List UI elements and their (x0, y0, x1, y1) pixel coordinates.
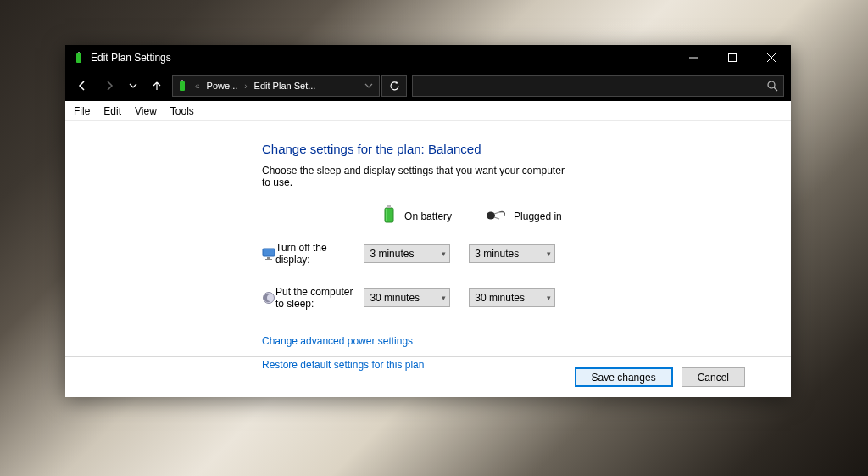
page-heading: Change settings for the plan: Balanced (262, 142, 574, 156)
display-battery-dropdown[interactable]: 3 minutes▾ (364, 244, 450, 263)
display-icon (262, 247, 275, 260)
breadcrumb-power[interactable]: Powe... (203, 76, 242, 96)
app-icon (72, 51, 86, 64)
page-description: Choose the sleep and display settings th… (262, 165, 574, 188)
menu-view[interactable]: View (128, 104, 164, 119)
title-bar[interactable]: Edit Plan Settings (65, 45, 791, 70)
up-button[interactable] (143, 72, 170, 99)
minimize-button[interactable] (674, 45, 713, 70)
column-plugged-label: Plugged in (514, 210, 562, 222)
menu-file[interactable]: File (67, 104, 97, 119)
back-button[interactable] (69, 72, 96, 99)
display-plugged-dropdown[interactable]: 3 minutes▾ (469, 244, 555, 263)
cancel-button[interactable]: Cancel (682, 367, 745, 387)
maximize-button[interactable] (713, 45, 752, 70)
chevron-down-icon: ▾ (442, 294, 446, 302)
svg-rect-1 (78, 52, 80, 53)
sleep-plugged-dropdown[interactable]: 30 minutes▾ (469, 288, 555, 307)
svg-rect-13 (386, 209, 387, 221)
button-footer: Save changes Cancel (65, 356, 791, 397)
column-battery-label: On battery (404, 210, 452, 222)
plug-icon (487, 209, 505, 223)
content-pane: Change settings for the plan: Balanced C… (65, 121, 791, 397)
svg-rect-12 (387, 205, 391, 208)
address-bar[interactable]: « Powe... › Edit Plan Set... (172, 75, 380, 97)
save-changes-button[interactable]: Save changes (575, 367, 673, 387)
advanced-settings-link[interactable]: Change advanced power settings (262, 335, 574, 347)
search-box[interactable] (412, 75, 784, 97)
breadcrumb-edit-plan[interactable]: Edit Plan Set... (251, 76, 320, 96)
svg-line-9 (774, 87, 777, 91)
svg-rect-3 (729, 54, 737, 62)
chevron-down-icon: ▾ (442, 249, 446, 258)
svg-rect-17 (263, 249, 275, 256)
breadcrumb-chevron-icon: › (241, 76, 250, 96)
menu-bar: File Edit View Tools (65, 101, 791, 121)
search-icon[interactable] (761, 76, 783, 96)
column-plugged-in: Plugged in (487, 205, 574, 227)
svg-line-16 (494, 217, 499, 219)
menu-edit[interactable]: Edit (97, 104, 128, 119)
svg-rect-19 (265, 259, 272, 260)
navigation-bar: « Powe... › Edit Plan Set... (65, 70, 791, 101)
svg-point-14 (487, 212, 495, 220)
chevron-down-icon: ▾ (547, 249, 551, 258)
svg-rect-18 (267, 257, 270, 259)
address-dropdown-button[interactable] (359, 81, 379, 90)
battery-icon (382, 205, 396, 227)
sleep-icon (262, 291, 275, 305)
svg-rect-7 (181, 80, 183, 81)
address-icon (173, 76, 192, 96)
forward-button[interactable] (96, 72, 123, 99)
sleep-label: Put the computer to sleep: (275, 286, 364, 310)
edit-plan-settings-window: Edit Plan Settings « Powe... › Edit Plan… (65, 45, 791, 397)
breadcrumb-root-chevron[interactable]: « (192, 76, 203, 96)
column-headers: On battery Plugged in (262, 205, 574, 227)
chevron-down-icon: ▾ (547, 294, 551, 302)
row-put-computer-sleep: Put the computer to sleep: 30 minutes▾ 3… (262, 286, 574, 310)
row-turn-off-display: Turn off the display: 3 minutes▾ 3 minut… (262, 242, 574, 266)
svg-rect-0 (76, 53, 81, 63)
close-button[interactable] (752, 45, 791, 70)
window-title: Edit Plan Settings (91, 52, 171, 64)
svg-point-8 (768, 81, 775, 88)
svg-line-15 (494, 212, 499, 214)
svg-rect-6 (180, 81, 185, 91)
search-input[interactable] (413, 81, 761, 91)
recent-locations-button[interactable] (123, 72, 143, 99)
refresh-button[interactable] (381, 75, 407, 97)
menu-tools[interactable]: Tools (164, 104, 201, 119)
sleep-battery-dropdown[interactable]: 30 minutes▾ (364, 288, 450, 307)
display-label: Turn off the display: (275, 242, 364, 266)
column-on-battery: On battery (382, 205, 470, 227)
